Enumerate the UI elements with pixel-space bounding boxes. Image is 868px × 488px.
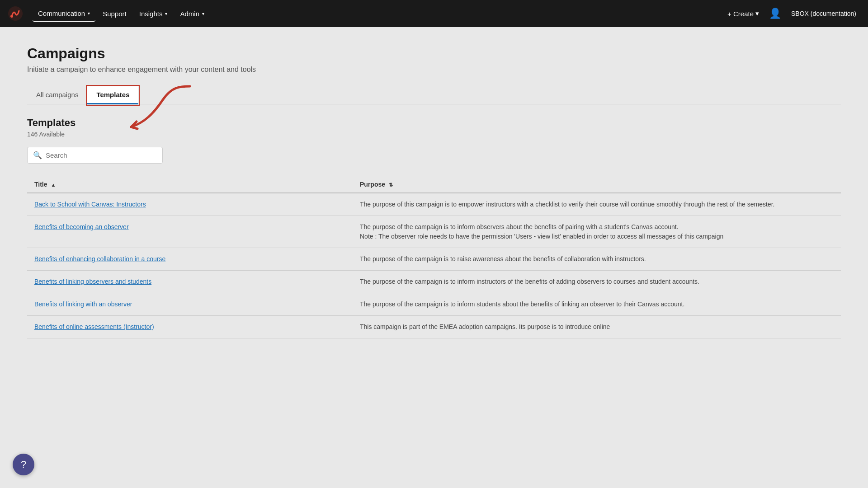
table-cell-title: Benefits of becoming an observer — [27, 216, 353, 248]
template-link[interactable]: Benefits of enhancing collaboration in a… — [34, 255, 165, 263]
table-cell-title: Back to School with Canvas: Instructors — [27, 193, 353, 216]
search-box: 🔍 — [27, 147, 163, 164]
sort-purpose-icon: ⇅ — [389, 182, 393, 188]
nav-item-communication[interactable]: Communication ▾ — [33, 6, 95, 22]
search-input[interactable] — [46, 151, 157, 159]
table-row: Benefits of online assessments (Instruct… — [27, 316, 841, 338]
page-subtitle: Initiate a campaign to enhance engagemen… — [27, 66, 841, 74]
table-cell-purpose: The purpose of the campaign is to inform… — [353, 216, 841, 248]
table-cell-purpose: The purpose of this campaign is to empow… — [353, 193, 841, 216]
table-header-row: Title ▲ Purpose ⇅ — [27, 176, 841, 193]
column-title[interactable]: Title ▲ — [27, 176, 353, 193]
table-cell-title: Benefits of online assessments (Instruct… — [27, 316, 353, 338]
table-cell-title: Benefits of linking observers and studen… — [27, 271, 353, 293]
tabs: All campaigns Templates — [27, 86, 841, 104]
table-cell-purpose: The purpose of the campaign is to inform… — [353, 271, 841, 293]
nav-logo[interactable] — [7, 5, 24, 22]
nav-right: + Create ▾ 👤 SBOX (documentation) — [723, 7, 861, 20]
nav-item-insights[interactable]: Insights ▾ — [134, 6, 173, 21]
table-cell-purpose: This campaign is part of the EMEA adopti… — [353, 316, 841, 338]
nav-item-support[interactable]: Support — [97, 6, 132, 21]
table-cell-purpose: The purpose of the campaign is to raise … — [353, 248, 841, 271]
template-link[interactable]: Benefits of linking with an observer — [34, 300, 132, 308]
main-content: Campaigns Initiate a campaign to enhance… — [0, 27, 868, 488]
tab-templates[interactable]: Templates — [87, 86, 138, 104]
nav-item-admin[interactable]: Admin ▾ — [175, 6, 210, 21]
chevron-down-icon-create: ▾ — [755, 9, 759, 18]
user-icon[interactable]: 👤 — [769, 8, 781, 19]
templates-table: Title ▲ Purpose ⇅ Back to School with Ca… — [27, 176, 841, 338]
create-button[interactable]: + Create ▾ — [723, 7, 764, 20]
sbox-label[interactable]: SBOX (documentation) — [787, 7, 861, 20]
section-count: 146 Available — [27, 131, 841, 138]
table-row: Benefits of becoming an observerThe purp… — [27, 216, 841, 248]
template-link[interactable]: Benefits of linking observers and studen… — [34, 278, 151, 285]
column-purpose[interactable]: Purpose ⇅ — [353, 176, 841, 193]
template-link[interactable]: Benefits of becoming an observer — [34, 223, 129, 230]
table-body: Back to School with Canvas: InstructorsT… — [27, 193, 841, 338]
sort-title-icon: ▲ — [51, 182, 56, 188]
tab-all-campaigns[interactable]: All campaigns — [27, 86, 87, 104]
nav-bar: Communication ▾ Support Insights ▾ Admin… — [0, 0, 868, 27]
section-title: Templates — [27, 117, 841, 129]
table-row: Benefits of linking observers and studen… — [27, 271, 841, 293]
table-row: Benefits of linking with an observerThe … — [27, 293, 841, 316]
chevron-down-icon-admin: ▾ — [202, 11, 204, 16]
table-cell-purpose: The purpose of the campaign is to inform… — [353, 293, 841, 316]
help-button[interactable]: ? — [13, 454, 34, 475]
template-link[interactable]: Benefits of online assessments (Instruct… — [34, 323, 154, 330]
chevron-down-icon-insights: ▾ — [165, 11, 167, 16]
svg-point-1 — [10, 15, 13, 18]
table-cell-title: Benefits of linking with an observer — [27, 293, 353, 316]
nav-items: Communication ▾ Support Insights ▾ Admin… — [33, 6, 723, 22]
page-title: Campaigns — [27, 45, 841, 62]
tabs-container: All campaigns Templates — [27, 86, 841, 117]
chevron-down-icon: ▾ — [88, 11, 90, 16]
table-cell-title: Benefits of enhancing collaboration in a… — [27, 248, 353, 271]
template-link[interactable]: Back to School with Canvas: Instructors — [34, 201, 146, 208]
table-row: Back to School with Canvas: InstructorsT… — [27, 193, 841, 216]
search-icon: 🔍 — [33, 151, 42, 160]
table-header: Title ▲ Purpose ⇅ — [27, 176, 841, 193]
table-row: Benefits of enhancing collaboration in a… — [27, 248, 841, 271]
